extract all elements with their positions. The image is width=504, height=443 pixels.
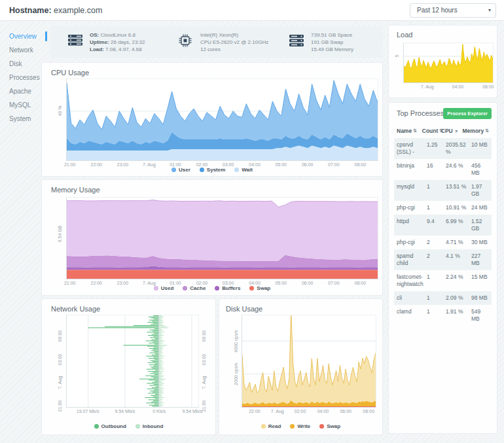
active-indicator: [45, 31, 47, 41]
y-tick-label: 4000 ops/s: [234, 330, 238, 352]
x-tick-label: 04:00: [249, 281, 261, 285]
x-tick-label: 21:00: [64, 162, 76, 167]
x-tick-label: 22:00: [91, 162, 103, 167]
x-tick-label: 04:00: [249, 162, 261, 167]
legend-item-read[interactable]: Read: [261, 423, 281, 429]
legend-item-swap[interactable]: Swap: [319, 423, 340, 429]
x-tick-label: 05:00: [275, 281, 287, 285]
column-header-memory[interactable]: Memory⇅: [463, 128, 489, 134]
x-tick-label: 08:00: [355, 162, 367, 167]
outbound-series: [88, 315, 158, 406]
x-tick-label: 04:00: [452, 84, 464, 89]
x-tick-label: 7. Aug: [271, 409, 284, 414]
sidebar-item-overview[interactable]: Overview: [0, 29, 47, 43]
cpu-chip-icon: [178, 33, 194, 50]
x-tick-label: 06:00: [302, 281, 314, 285]
column-header-count[interactable]: Count⇅: [422, 128, 441, 134]
x-tick-label: 07:00: [328, 162, 340, 167]
x-tick-label: 22:00: [249, 409, 261, 414]
x-tick-label: 7. Aug: [143, 162, 156, 167]
sidebar-item-network[interactable]: Network: [0, 43, 47, 57]
cpu-legend: User System Wait: [42, 167, 382, 173]
cpu-usage-card: CPU Usage 40 % 21:0022:0023:007. Aug01:0…: [41, 62, 383, 177]
legend-item-swap[interactable]: Swap: [249, 285, 270, 291]
legend-dot: [215, 286, 219, 291]
user-series: [67, 80, 378, 145]
y-tick-label: 7. Aug: [58, 376, 62, 389]
y-tick-label: 03:00: [58, 354, 62, 366]
top-processes-card: Top Processes Process Explorer Name⇅ Cou…: [388, 102, 497, 434]
x-tick-label: 7. Aug: [421, 84, 434, 89]
legend-dot: [319, 424, 324, 429]
legend-item-used[interactable]: Used: [154, 285, 174, 291]
used-series: [67, 200, 378, 262]
memory-usage-svg: [67, 198, 378, 279]
network-usage-svg: [67, 315, 198, 407]
network-legend: Outbound Inbound: [42, 423, 215, 429]
legend-dot: [200, 168, 204, 172]
network-usage-card: Network Usage 21:007. Aug03:0006:0021:00…: [41, 298, 216, 435]
top-processes-title: Top Processes: [397, 109, 444, 117]
table-row: php-cgi110.91 %24 MB: [394, 201, 492, 215]
network-usage-chart: 21:007. Aug03:0006:0021:007. Aug03:0006:…: [66, 315, 199, 416]
y-tick-label: 06:00: [202, 330, 206, 342]
sidebar-item-processes[interactable]: Processes: [0, 71, 47, 84]
cpu-usage-title: CPU Usage: [51, 69, 89, 77]
legend-item-system[interactable]: System: [200, 167, 225, 173]
legend-item-buffers[interactable]: Buffers: [215, 285, 240, 291]
disk-usage-card: Disk Usage 2000 ops/s4000 ops/s 22:007. …: [219, 298, 383, 435]
hostname: Hostname: example.com: [9, 0, 102, 21]
process-explorer-button[interactable]: Process Explorer: [443, 108, 492, 119]
legend-dot: [183, 286, 187, 291]
x-tick-label: 23:00: [117, 162, 129, 167]
sidebar-item-system[interactable]: System: [0, 112, 47, 126]
server-icon: [67, 34, 83, 50]
table-row: cpsrvd (SSL) -1.252035.52 %10 MB: [394, 138, 492, 159]
sidebar-item-disk[interactable]: Disk: [0, 57, 47, 71]
table-row: php-cgi24.71 %30 MB: [394, 236, 492, 249]
x-tick-label: 06:00: [302, 162, 314, 167]
legend-dot: [290, 424, 295, 429]
disk-usage-svg: [242, 315, 376, 407]
sort-icon: ⇅: [413, 128, 417, 133]
table-row: mysqld113.51 %1.97 GB: [394, 180, 492, 201]
y-tick-label: 9.54 GB: [58, 225, 62, 242]
legend-item-cache[interactable]: Cache: [183, 285, 206, 291]
load-title: Load: [397, 31, 412, 39]
legend-dot: [234, 168, 239, 172]
storage-disks-icon: [289, 34, 304, 50]
legend-dot: [135, 424, 140, 429]
disk-legend: Read Write Swap: [219, 423, 382, 429]
legend-dot: [154, 286, 158, 291]
load-chart: 5 7. Aug04:0008:00: [403, 43, 494, 91]
table-row: fastcomet-nightwatch12.24 %15 MB: [394, 270, 492, 291]
x-tick-label: 21:00: [64, 281, 76, 285]
table-header: Name⇅ Count⇅ CPU▼ Memory⇅: [394, 125, 492, 138]
hostname-label: Hostname:: [9, 6, 52, 15]
x-tick-label: 02:00: [196, 281, 208, 285]
x-tick-label: 06:00: [340, 409, 351, 414]
legend-item-wait[interactable]: Wait: [234, 167, 253, 173]
memory-usage-chart: 9.54 GB 21:0022:0023:007. Aug01:0002:000…: [66, 197, 378, 287]
sidebar-item-mysql[interactable]: MySQL: [0, 98, 47, 112]
x-tick-label: 08:00: [482, 84, 494, 89]
x-tick-label: 08:00: [363, 409, 374, 414]
x-tick-label: 9.54 Mb/s: [115, 409, 135, 414]
legend-item-user[interactable]: User: [171, 167, 190, 173]
swapio-series: [242, 406, 376, 407]
sidebar-item-apache[interactable]: Apache: [0, 84, 47, 98]
x-tick-label: 22:00: [91, 281, 103, 285]
x-tick-label: 23:00: [117, 281, 129, 285]
legend-dot: [171, 168, 176, 172]
load-svg: [404, 43, 493, 82]
legend-item-outbound[interactable]: Outbound: [94, 423, 126, 429]
top-processes-table: Name⇅ Count⇅ CPU▼ Memory⇅ cpsrvd (SSL) -…: [394, 125, 492, 326]
column-header-name[interactable]: Name⇅: [397, 128, 422, 134]
legend-item-inbound[interactable]: Inbound: [135, 423, 164, 429]
column-header-cpu[interactable]: CPU▼: [441, 128, 463, 134]
time-range-select[interactable]: Past 12 hours ▾: [410, 3, 496, 18]
table-row: clamd11.91 %549 MB: [394, 305, 492, 326]
disk-usage-title: Disk Usage: [226, 305, 262, 313]
x-tick-label: 02:00: [295, 409, 306, 414]
legend-item-write[interactable]: Write: [290, 423, 310, 429]
